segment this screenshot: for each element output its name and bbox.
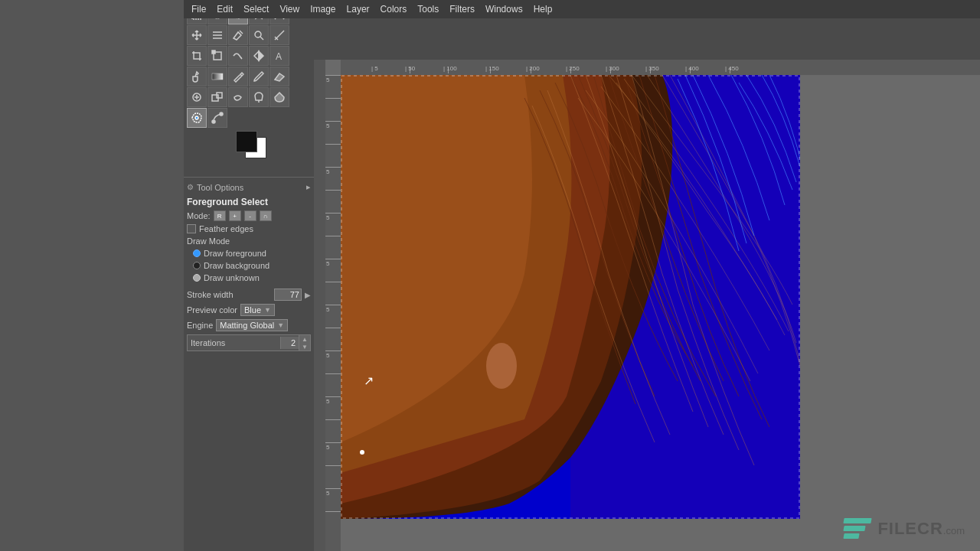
tool-align[interactable] [207, 25, 227, 45]
canvas-area[interactable]: | 5 | 50 | 100 | 150 | 200 | 250 | 300 |… [325, 60, 980, 551]
mode-replace-icon[interactable]: R [214, 210, 226, 221]
color-swatches [184, 131, 314, 177]
stroke-width-label: Stroke width [187, 290, 271, 299]
tool-ink[interactable] [270, 87, 289, 107]
menu-filters[interactable]: Filters [445, 2, 479, 16]
draw-foreground-radio[interactable] [193, 249, 201, 257]
cursor-dot [360, 450, 364, 455]
iterations-value[interactable]: 2 [280, 337, 299, 349]
ruler-vtick-1 [325, 98, 341, 99]
tool-move[interactable] [187, 25, 207, 45]
tool-name-label: Foreground Select [187, 195, 311, 210]
ruler-vtick-0 [325, 75, 341, 76]
menu-help[interactable]: Help [529, 2, 557, 16]
tool-heal[interactable] [187, 87, 207, 107]
engine-dropdown[interactable]: Matting Global ▼ [216, 319, 288, 331]
ruler-vtick-2 [325, 121, 341, 122]
mode-label: Mode: [187, 211, 211, 220]
tool-path[interactable] [207, 108, 227, 128]
menu-edit[interactable]: Edit [212, 2, 237, 16]
menu-file[interactable]: File [187, 2, 211, 16]
ruler-vertical: 5555555555 [325, 75, 341, 551]
tool-paintbrush[interactable] [249, 67, 269, 86]
ruler-vtick-13 [325, 373, 341, 374]
svg-point-26 [220, 112, 223, 116]
stroke-width-value[interactable]: 77 [274, 289, 302, 301]
svg-point-10 [255, 31, 261, 37]
menu-tools[interactable]: Tools [413, 2, 443, 16]
tool-flip[interactable] [249, 46, 269, 66]
menu-view[interactable]: View [275, 2, 304, 16]
ruler-mark-300: | 300 [606, 65, 619, 72]
ruler-mark-250: | 250 [566, 65, 580, 72]
tool-measure[interactable] [270, 25, 289, 45]
ruler-vtick-15 [325, 419, 341, 420]
draw-foreground-label: Draw foreground [204, 249, 266, 258]
ruler-mark-450: | 450 [725, 65, 739, 72]
tool-magnify[interactable] [249, 25, 269, 45]
feather-edges-checkbox[interactable] [187, 224, 196, 233]
tool-warp[interactable] [228, 46, 248, 66]
tool-crop[interactable] [187, 46, 207, 66]
iterations-up[interactable]: ▲ [299, 335, 310, 343]
tool-smudge[interactable] [228, 87, 248, 107]
ruler-vnum-12: 5 [326, 352, 329, 359]
menu-colors[interactable]: Colors [376, 2, 412, 16]
iterations-down[interactable]: ▼ [299, 343, 310, 350]
draw-foreground-row[interactable]: Draw foreground [187, 247, 311, 259]
menu-layer[interactable]: Layer [342, 2, 374, 16]
panel-expand-icon[interactable]: ▸ [306, 182, 311, 192]
tool-eraser[interactable] [270, 67, 289, 86]
menu-windows[interactable]: Windows [481, 2, 528, 16]
ruler-vtick-19 [325, 511, 341, 512]
draw-background-radio[interactable] [193, 262, 201, 269]
foreground-color-swatch[interactable] [236, 131, 257, 152]
stroke-width-increment[interactable]: ▶ [305, 291, 311, 299]
tool-options-header: ⚙ Tool Options ▸ [187, 181, 311, 195]
canvas-image[interactable]: ↗ [341, 75, 800, 519]
filecr-bar-1 [844, 518, 872, 523]
draw-unknown-radio[interactable] [193, 274, 201, 282]
ruler-vtick-4 [325, 167, 341, 168]
preview-color-row: Preview color Blue ▼ [187, 304, 311, 316]
svg-line-11 [260, 37, 263, 40]
tool-gradient[interactable] [207, 67, 227, 86]
ruler-vtick-12 [325, 350, 341, 351]
ruler-vnum-6: 5 [326, 214, 329, 221]
preview-color-value: Blue [244, 305, 261, 315]
preview-color-label: Preview color [187, 305, 237, 315]
draw-background-row[interactable]: Draw background [187, 259, 311, 272]
engine-row: Engine Matting Global ▼ [187, 319, 311, 331]
filecr-bar-2 [844, 526, 866, 531]
ruler-mark-150: | 150 [485, 65, 499, 72]
menu-select[interactable]: Select [239, 2, 273, 16]
ruler-vnum-16: 5 [326, 444, 329, 451]
filecr-brand: FILECR [877, 519, 942, 539]
svg-rect-17 [212, 73, 223, 80]
preview-color-dropdown[interactable]: Blue ▼ [240, 304, 275, 316]
ruler-vtick-14 [325, 396, 341, 397]
menu-image[interactable]: Image [305, 2, 340, 16]
mode-intersect-icon[interactable]: ∩ [260, 210, 272, 221]
ruler-vnum-10: 5 [326, 306, 329, 313]
tool-text[interactable]: A [270, 46, 289, 66]
engine-arrow: ▼ [277, 321, 284, 329]
svg-point-24 [195, 116, 198, 119]
ruler-mark-5: | 5 [371, 65, 378, 72]
watermark: FILECR .com [844, 518, 965, 539]
tool-color-pick[interactable] [228, 25, 248, 45]
svg-point-29 [486, 343, 517, 389]
tool-bucket[interactable] [187, 67, 207, 86]
iterations-row: Iterations 2 ▲ ▼ [187, 334, 311, 351]
tool-clone[interactable] [207, 87, 227, 107]
ruler-mark-200: | 200 [526, 65, 540, 72]
draw-unknown-row[interactable]: Draw unknown [187, 272, 311, 284]
mode-subtract-icon[interactable]: - [244, 210, 256, 221]
mode-add-icon[interactable]: + [229, 210, 241, 221]
tool-transform[interactable] [207, 46, 227, 66]
ruler-mark-400: | 400 [685, 65, 699, 72]
tool-foreground-select[interactable] [187, 108, 207, 128]
tool-dodge[interactable] [249, 87, 269, 107]
tool-pencil[interactable] [228, 67, 248, 86]
filecr-text-group: FILECR .com [877, 519, 965, 539]
